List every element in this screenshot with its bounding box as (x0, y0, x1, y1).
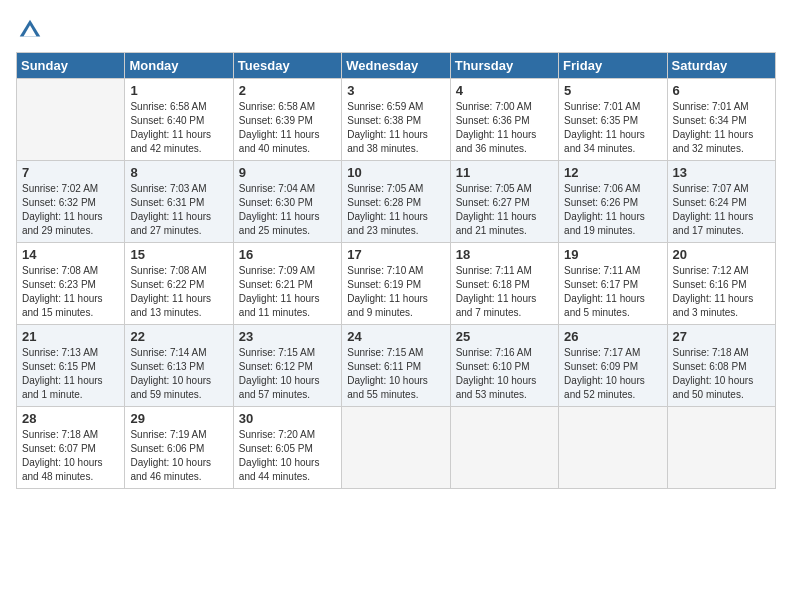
day-info: Sunrise: 7:02 AM Sunset: 6:32 PM Dayligh… (22, 182, 119, 238)
day-info: Sunrise: 7:11 AM Sunset: 6:18 PM Dayligh… (456, 264, 553, 320)
calendar-cell (667, 407, 775, 489)
weekday-header-friday: Friday (559, 53, 667, 79)
day-number: 8 (130, 165, 227, 180)
day-number: 25 (456, 329, 553, 344)
day-number: 24 (347, 329, 444, 344)
weekday-header-sunday: Sunday (17, 53, 125, 79)
day-number: 17 (347, 247, 444, 262)
day-number: 27 (673, 329, 770, 344)
day-info: Sunrise: 7:15 AM Sunset: 6:11 PM Dayligh… (347, 346, 444, 402)
calendar-cell: 30Sunrise: 7:20 AM Sunset: 6:05 PM Dayli… (233, 407, 341, 489)
day-number: 15 (130, 247, 227, 262)
day-info: Sunrise: 7:05 AM Sunset: 6:28 PM Dayligh… (347, 182, 444, 238)
day-info: Sunrise: 7:20 AM Sunset: 6:05 PM Dayligh… (239, 428, 336, 484)
day-number: 4 (456, 83, 553, 98)
day-number: 1 (130, 83, 227, 98)
calendar-cell: 10Sunrise: 7:05 AM Sunset: 6:28 PM Dayli… (342, 161, 450, 243)
page-header (16, 16, 776, 44)
day-info: Sunrise: 7:04 AM Sunset: 6:30 PM Dayligh… (239, 182, 336, 238)
calendar-cell: 15Sunrise: 7:08 AM Sunset: 6:22 PM Dayli… (125, 243, 233, 325)
calendar-cell: 17Sunrise: 7:10 AM Sunset: 6:19 PM Dayli… (342, 243, 450, 325)
day-info: Sunrise: 7:10 AM Sunset: 6:19 PM Dayligh… (347, 264, 444, 320)
day-number: 30 (239, 411, 336, 426)
day-info: Sunrise: 7:06 AM Sunset: 6:26 PM Dayligh… (564, 182, 661, 238)
calendar-cell: 18Sunrise: 7:11 AM Sunset: 6:18 PM Dayli… (450, 243, 558, 325)
calendar-cell: 13Sunrise: 7:07 AM Sunset: 6:24 PM Dayli… (667, 161, 775, 243)
calendar-cell: 21Sunrise: 7:13 AM Sunset: 6:15 PM Dayli… (17, 325, 125, 407)
day-number: 20 (673, 247, 770, 262)
day-info: Sunrise: 7:03 AM Sunset: 6:31 PM Dayligh… (130, 182, 227, 238)
day-number: 2 (239, 83, 336, 98)
calendar-cell: 3Sunrise: 6:59 AM Sunset: 6:38 PM Daylig… (342, 79, 450, 161)
day-number: 19 (564, 247, 661, 262)
calendar-cell: 29Sunrise: 7:19 AM Sunset: 6:06 PM Dayli… (125, 407, 233, 489)
day-info: Sunrise: 7:13 AM Sunset: 6:15 PM Dayligh… (22, 346, 119, 402)
day-info: Sunrise: 7:05 AM Sunset: 6:27 PM Dayligh… (456, 182, 553, 238)
calendar-cell (450, 407, 558, 489)
calendar-cell (559, 407, 667, 489)
day-number: 6 (673, 83, 770, 98)
calendar-cell: 26Sunrise: 7:17 AM Sunset: 6:09 PM Dayli… (559, 325, 667, 407)
day-number: 29 (130, 411, 227, 426)
calendar-cell: 12Sunrise: 7:06 AM Sunset: 6:26 PM Dayli… (559, 161, 667, 243)
calendar-cell: 11Sunrise: 7:05 AM Sunset: 6:27 PM Dayli… (450, 161, 558, 243)
day-info: Sunrise: 7:01 AM Sunset: 6:35 PM Dayligh… (564, 100, 661, 156)
day-number: 18 (456, 247, 553, 262)
calendar-cell (17, 79, 125, 161)
day-info: Sunrise: 6:59 AM Sunset: 6:38 PM Dayligh… (347, 100, 444, 156)
day-info: Sunrise: 6:58 AM Sunset: 6:40 PM Dayligh… (130, 100, 227, 156)
calendar-week-row: 7Sunrise: 7:02 AM Sunset: 6:32 PM Daylig… (17, 161, 776, 243)
day-number: 3 (347, 83, 444, 98)
day-number: 10 (347, 165, 444, 180)
weekday-header-tuesday: Tuesday (233, 53, 341, 79)
calendar-cell: 19Sunrise: 7:11 AM Sunset: 6:17 PM Dayli… (559, 243, 667, 325)
logo-icon (16, 16, 44, 44)
day-info: Sunrise: 7:14 AM Sunset: 6:13 PM Dayligh… (130, 346, 227, 402)
day-info: Sunrise: 7:11 AM Sunset: 6:17 PM Dayligh… (564, 264, 661, 320)
calendar-cell: 1Sunrise: 6:58 AM Sunset: 6:40 PM Daylig… (125, 79, 233, 161)
calendar-cell: 24Sunrise: 7:15 AM Sunset: 6:11 PM Dayli… (342, 325, 450, 407)
calendar-cell: 22Sunrise: 7:14 AM Sunset: 6:13 PM Dayli… (125, 325, 233, 407)
calendar-cell: 7Sunrise: 7:02 AM Sunset: 6:32 PM Daylig… (17, 161, 125, 243)
calendar-cell: 20Sunrise: 7:12 AM Sunset: 6:16 PM Dayli… (667, 243, 775, 325)
day-number: 9 (239, 165, 336, 180)
day-number: 21 (22, 329, 119, 344)
calendar-cell: 6Sunrise: 7:01 AM Sunset: 6:34 PM Daylig… (667, 79, 775, 161)
calendar-cell (342, 407, 450, 489)
day-info: Sunrise: 7:18 AM Sunset: 6:08 PM Dayligh… (673, 346, 770, 402)
calendar-cell: 2Sunrise: 6:58 AM Sunset: 6:39 PM Daylig… (233, 79, 341, 161)
calendar-cell: 5Sunrise: 7:01 AM Sunset: 6:35 PM Daylig… (559, 79, 667, 161)
day-info: Sunrise: 7:15 AM Sunset: 6:12 PM Dayligh… (239, 346, 336, 402)
day-info: Sunrise: 7:17 AM Sunset: 6:09 PM Dayligh… (564, 346, 661, 402)
calendar-week-row: 28Sunrise: 7:18 AM Sunset: 6:07 PM Dayli… (17, 407, 776, 489)
day-info: Sunrise: 7:12 AM Sunset: 6:16 PM Dayligh… (673, 264, 770, 320)
day-number: 12 (564, 165, 661, 180)
weekday-header-monday: Monday (125, 53, 233, 79)
calendar-cell: 14Sunrise: 7:08 AM Sunset: 6:23 PM Dayli… (17, 243, 125, 325)
calendar-cell: 25Sunrise: 7:16 AM Sunset: 6:10 PM Dayli… (450, 325, 558, 407)
day-number: 7 (22, 165, 119, 180)
calendar-table: SundayMondayTuesdayWednesdayThursdayFrid… (16, 52, 776, 489)
logo (16, 16, 48, 44)
calendar-cell: 4Sunrise: 7:00 AM Sunset: 6:36 PM Daylig… (450, 79, 558, 161)
day-number: 5 (564, 83, 661, 98)
day-info: Sunrise: 7:08 AM Sunset: 6:22 PM Dayligh… (130, 264, 227, 320)
weekday-header-wednesday: Wednesday (342, 53, 450, 79)
calendar-cell: 8Sunrise: 7:03 AM Sunset: 6:31 PM Daylig… (125, 161, 233, 243)
day-info: Sunrise: 7:09 AM Sunset: 6:21 PM Dayligh… (239, 264, 336, 320)
day-number: 28 (22, 411, 119, 426)
day-info: Sunrise: 7:08 AM Sunset: 6:23 PM Dayligh… (22, 264, 119, 320)
calendar-week-row: 1Sunrise: 6:58 AM Sunset: 6:40 PM Daylig… (17, 79, 776, 161)
calendar-cell: 28Sunrise: 7:18 AM Sunset: 6:07 PM Dayli… (17, 407, 125, 489)
day-number: 26 (564, 329, 661, 344)
day-info: Sunrise: 7:00 AM Sunset: 6:36 PM Dayligh… (456, 100, 553, 156)
day-info: Sunrise: 7:07 AM Sunset: 6:24 PM Dayligh… (673, 182, 770, 238)
calendar-cell: 23Sunrise: 7:15 AM Sunset: 6:12 PM Dayli… (233, 325, 341, 407)
day-number: 14 (22, 247, 119, 262)
calendar-cell: 16Sunrise: 7:09 AM Sunset: 6:21 PM Dayli… (233, 243, 341, 325)
calendar-week-row: 21Sunrise: 7:13 AM Sunset: 6:15 PM Dayli… (17, 325, 776, 407)
calendar-week-row: 14Sunrise: 7:08 AM Sunset: 6:23 PM Dayli… (17, 243, 776, 325)
day-number: 16 (239, 247, 336, 262)
day-info: Sunrise: 7:18 AM Sunset: 6:07 PM Dayligh… (22, 428, 119, 484)
calendar-cell: 9Sunrise: 7:04 AM Sunset: 6:30 PM Daylig… (233, 161, 341, 243)
